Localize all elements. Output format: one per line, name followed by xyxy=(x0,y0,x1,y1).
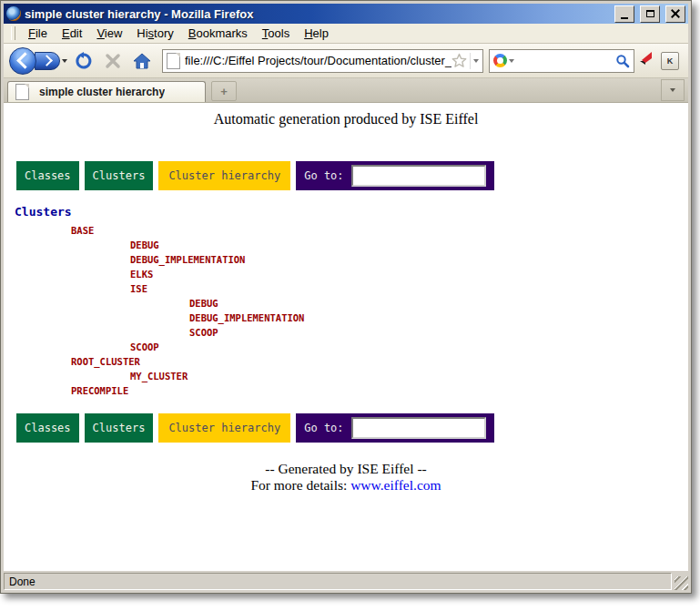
kaspersky-icon xyxy=(638,51,654,66)
tree-item-scoop[interactable]: SCOOP xyxy=(15,325,652,340)
virtual-keyboard-button[interactable]: K xyxy=(661,52,679,70)
page-icon xyxy=(167,53,180,69)
stop-icon xyxy=(105,53,121,69)
more-details-line: For more details: www.eiffel.com xyxy=(4,477,688,494)
tree-item-base[interactable]: BASE xyxy=(15,223,652,238)
page-content: Automatic generation produced by ISE Eif… xyxy=(4,103,688,571)
google-engine-icon[interactable] xyxy=(493,54,507,67)
bookmark-star-icon[interactable] xyxy=(451,53,467,68)
goto-label: Go to: xyxy=(304,422,343,434)
toolbar-grip xyxy=(11,26,15,40)
minimize-icon xyxy=(621,17,628,19)
nav-button-row-bottom: Classes Clusters Cluster hierarchy Go to… xyxy=(16,413,494,443)
tree-item-debug[interactable]: DEBUG xyxy=(15,238,652,252)
status-text: Done xyxy=(4,573,672,590)
search-magnifier-icon[interactable] xyxy=(615,54,630,68)
maximize-icon xyxy=(646,10,654,17)
menu-bar: FileEditViewHistoryBookmarksToolsHelp xyxy=(4,24,688,44)
forward-arrow-icon xyxy=(41,55,53,66)
clusters-button[interactable]: Clusters xyxy=(85,161,154,190)
menu-item-file[interactable]: File xyxy=(21,25,55,42)
status-bar: Done xyxy=(4,571,688,590)
window-title: simple cluster hierarchy - Mozilla Firef… xyxy=(25,7,609,21)
goto-input[interactable] xyxy=(351,417,486,439)
tab-list-dropdown-button[interactable] xyxy=(661,79,685,101)
url-input[interactable]: file:///C:/Eiffel Projects/tour/Document… xyxy=(185,54,451,67)
menu-item-tools[interactable]: Tools xyxy=(255,25,297,42)
tree-item-debug_implementation[interactable]: DEBUG_IMPLEMENTATION xyxy=(15,252,652,267)
home-icon xyxy=(133,53,151,69)
cluster-hierarchy-button[interactable]: Cluster hierarchy xyxy=(158,161,290,190)
search-input[interactable] xyxy=(518,53,614,69)
tree-item-precompile[interactable]: PRECOMPILE xyxy=(15,383,652,398)
address-dropdown-caret[interactable] xyxy=(473,59,479,63)
home-button[interactable] xyxy=(130,49,154,73)
page-footer: -- Generated by ISE Eiffel -- For more d… xyxy=(4,461,688,494)
menu-item-history[interactable]: History xyxy=(129,25,180,42)
back-button[interactable] xyxy=(9,47,36,75)
navigation-toolbar: file:///C:/Eiffel Projects/tour/Document… xyxy=(4,44,688,78)
menu-item-help[interactable]: Help xyxy=(297,25,336,42)
tree-item-debug[interactable]: DEBUG xyxy=(15,296,652,311)
maximize-button[interactable] xyxy=(640,5,660,23)
stop-button[interactable] xyxy=(101,49,125,73)
cluster-hierarchy-button[interactable]: Cluster hierarchy xyxy=(158,413,290,443)
tree-item-ise[interactable]: ISE xyxy=(15,281,652,296)
close-button[interactable] xyxy=(665,5,685,23)
new-tab-button[interactable]: + xyxy=(211,81,237,101)
tab-page-icon xyxy=(15,84,29,100)
clusters-button[interactable]: Clusters xyxy=(85,413,154,443)
chevron-down-icon xyxy=(670,88,675,92)
cluster-tree: BASEDEBUGDEBUG_IMPLEMENTATIONELKSISEDEBU… xyxy=(15,223,652,398)
tab-label: simple cluster hierarchy xyxy=(39,86,165,98)
resize-grip[interactable] xyxy=(675,576,688,590)
firefox-icon xyxy=(6,6,21,21)
reload-icon xyxy=(75,52,93,70)
goto-input[interactable] xyxy=(351,165,486,187)
minimize-button[interactable] xyxy=(614,5,634,23)
tree-item-my_cluster[interactable]: MY_CLUSTER xyxy=(15,369,652,383)
clusters-section-title: Clusters xyxy=(15,205,72,219)
kaspersky-button[interactable] xyxy=(638,51,654,70)
tree-item-debug_implementation[interactable]: DEBUG_IMPLEMENTATION xyxy=(15,311,652,325)
back-forward-group xyxy=(9,46,69,76)
tab-simple-cluster-hierarchy[interactable]: simple cluster hierarchy xyxy=(7,81,206,102)
menu-item-bookmarks[interactable]: Bookmarks xyxy=(181,25,255,42)
generated-by-text: -- Generated by ISE Eiffel -- xyxy=(4,461,688,477)
tree-item-elks[interactable]: ELKS xyxy=(15,267,652,281)
menu-item-edit[interactable]: Edit xyxy=(55,25,89,42)
history-dropdown-caret[interactable] xyxy=(62,59,67,63)
menu-item-view[interactable]: View xyxy=(89,25,129,42)
search-bar xyxy=(489,49,634,73)
classes-button[interactable]: Classes xyxy=(16,161,79,190)
title-bar: simple cluster hierarchy - Mozilla Firef… xyxy=(4,4,688,24)
classes-button[interactable]: Classes xyxy=(16,413,79,443)
address-bar[interactable]: file:///C:/Eiffel Projects/tour/Document… xyxy=(162,49,483,73)
address-separator xyxy=(470,53,471,69)
tree-item-scoop[interactable]: SCOOP xyxy=(15,340,652,354)
page-header-text: Automatic generation produced by ISE Eif… xyxy=(4,111,688,127)
nav-button-row-top: Classes Clusters Cluster hierarchy Go to… xyxy=(16,161,494,190)
reload-button[interactable] xyxy=(72,49,96,73)
search-engine-dropdown-caret[interactable] xyxy=(509,59,514,63)
menu-bar-items: FileEditViewHistoryBookmarksToolsHelp xyxy=(21,25,336,42)
tree-item-root_cluster[interactable]: ROOT_CLUSTER xyxy=(15,354,652,369)
back-arrow-icon xyxy=(16,52,33,68)
tab-bar: simple cluster hierarchy + xyxy=(4,78,688,103)
goto-box: Go to: xyxy=(296,413,493,443)
firefox-window: simple cluster hierarchy - Mozilla Firef… xyxy=(0,0,692,594)
goto-box: Go to: xyxy=(296,161,493,190)
close-icon xyxy=(671,9,680,18)
eiffel-link[interactable]: www.eiffel.com xyxy=(350,477,441,493)
forward-button[interactable] xyxy=(35,52,60,70)
goto-label: Go to: xyxy=(304,169,343,182)
